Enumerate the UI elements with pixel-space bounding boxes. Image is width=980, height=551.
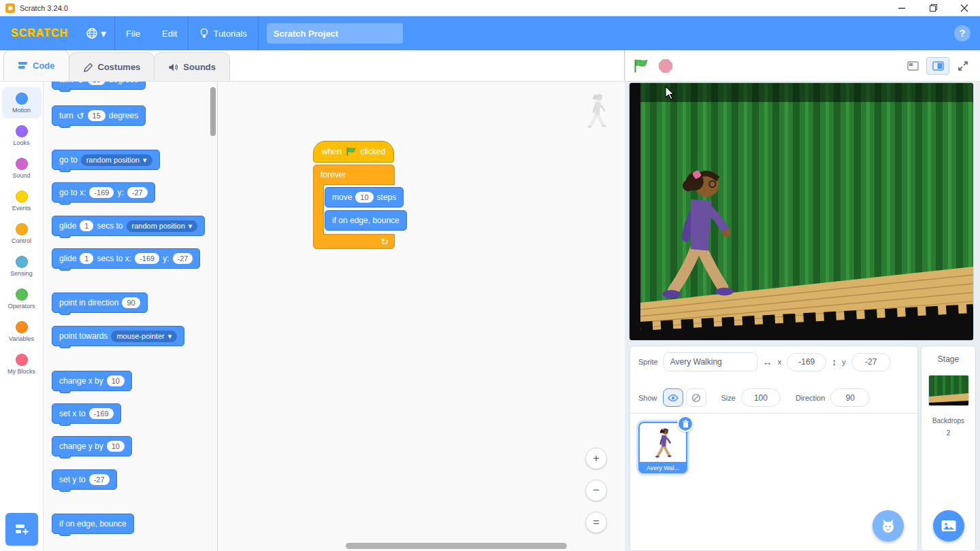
add-backdrop-button[interactable] (933, 510, 964, 541)
secs-field[interactable]: 1 (80, 253, 93, 264)
category-sound-dot (16, 158, 28, 170)
block-goto[interactable]: go to random position ▾ (52, 150, 160, 170)
menu-edit[interactable]: Edit (151, 16, 188, 50)
language-caret-icon: ▾ (101, 27, 106, 40)
x-field[interactable]: -169 (89, 187, 114, 198)
zoom-controls: + − = (585, 448, 607, 533)
degrees-field[interactable]: 15 (88, 110, 105, 121)
x-field[interactable]: -169 (135, 253, 159, 264)
block-turn-left[interactable]: turn ↺ 15 degrees (52, 105, 146, 126)
menu-tutorials[interactable]: Tutorials (189, 16, 257, 50)
y-field[interactable]: -27 (173, 253, 193, 264)
block-move-steps[interactable]: move 10 steps (325, 187, 404, 207)
help-button[interactable]: ? (954, 25, 970, 41)
editor-tabs: Code Costumes Sounds (0, 50, 624, 82)
block-if-on-edge-bounce[interactable]: if on edge, bounce (325, 210, 407, 231)
zoom-out-button[interactable]: − (585, 480, 607, 501)
zoom-reset-button[interactable]: = (585, 512, 607, 533)
eye-icon (668, 394, 679, 402)
tab-code[interactable]: Code (3, 50, 69, 81)
direction-field[interactable]: 90 (122, 297, 140, 308)
tab-costumes[interactable]: Costumes (69, 52, 155, 81)
zoom-reset-icon: = (593, 516, 600, 529)
category-sound[interactable]: Sound (2, 152, 42, 184)
category-looks-dot (16, 125, 28, 137)
add-extension-button[interactable] (5, 513, 38, 546)
point-target-dropdown[interactable]: mouse-pointer ▾ (111, 331, 177, 342)
small-stage-icon (907, 61, 919, 71)
block-glide-xy[interactable]: glide 1 secs to x: -169 y: -27 (52, 248, 200, 269)
x-label: x (778, 358, 782, 366)
category-variables[interactable]: Variables (2, 316, 42, 347)
category-motion[interactable]: Motion (2, 87, 42, 118)
project-name-input[interactable] (267, 23, 403, 44)
steps-field[interactable]: 10 (355, 192, 373, 203)
menu-file[interactable]: File (115, 16, 151, 50)
category-sensing[interactable]: Sensing (2, 250, 42, 282)
workspace-horizontal-scrollbar[interactable] (346, 543, 567, 549)
language-menu[interactable]: ▾ (78, 16, 114, 50)
close-icon (960, 4, 968, 12)
block-when-flag-clicked[interactable]: when clicked (313, 141, 394, 163)
category-control[interactable]: Control (2, 218, 42, 249)
window-title: Scratch 3.24.0 (20, 4, 68, 12)
category-looks[interactable]: Looks (2, 120, 42, 151)
backdrop-thumbnail[interactable] (928, 375, 969, 406)
green-flag-button[interactable] (631, 56, 651, 76)
lightbulb-icon (199, 28, 209, 39)
code-workspace[interactable]: when clicked forever move 10 (218, 82, 625, 551)
block-change-y[interactable]: change y by 10 (52, 436, 132, 456)
category-events[interactable]: Events (2, 185, 42, 216)
script-stack: when clicked forever move 10 (313, 141, 395, 249)
tab-sounds[interactable]: Sounds (154, 52, 230, 81)
stop-button[interactable] (655, 56, 676, 76)
fullscreen-button[interactable] (951, 57, 975, 75)
block-set-y[interactable]: set y to -27 (52, 469, 117, 490)
show-sprite-button[interactable] (663, 388, 683, 407)
sprite-card-name: Avery Wal... (638, 462, 687, 473)
block-glide[interactable]: glide 1 secs to random position ▾ (52, 216, 205, 236)
block-point-in-direction[interactable]: point in direction 90 (52, 293, 148, 313)
category-variables-dot (16, 321, 28, 333)
add-extension-icon (14, 522, 29, 537)
block-turn-right[interactable]: turn ↻ 15 degrees (52, 82, 146, 90)
block-change-x[interactable]: change x by 10 (52, 371, 132, 391)
hide-sprite-button[interactable] (686, 388, 706, 407)
y-field[interactable]: -27 (127, 187, 148, 198)
delete-sprite-button[interactable] (677, 416, 693, 432)
dy-field[interactable]: 10 (107, 441, 125, 452)
window-titlebar: Scratch 3.24.0 (0, 0, 980, 16)
category-operators[interactable]: Operators (2, 283, 42, 314)
glide-target-dropdown[interactable]: random position ▾ (127, 220, 198, 232)
secs-field[interactable]: 1 (80, 220, 93, 231)
block-set-x[interactable]: set x to -169 (52, 403, 121, 424)
zoom-in-button[interactable]: + (585, 448, 607, 469)
y-field[interactable]: -27 (89, 474, 110, 485)
close-button[interactable] (949, 0, 980, 16)
block-goto-xy[interactable]: go to x: -169 y: -27 (52, 182, 155, 203)
restore-button[interactable] (917, 0, 949, 16)
minimize-button[interactable] (886, 0, 917, 16)
stage-pane: Sprite ↔ x ↕ y Show (625, 50, 980, 551)
dx-field[interactable]: 10 (107, 375, 125, 386)
sprite-size-input[interactable] (741, 388, 781, 407)
backdrops-label: Backdrops (932, 417, 964, 424)
block-forever[interactable]: forever move 10 steps if on edge, bounce (313, 165, 395, 249)
sprite-direction-input[interactable] (830, 388, 870, 407)
block-if-on-edge-bounce[interactable]: if on edge, bounce (52, 514, 134, 534)
add-sprite-button[interactable] (872, 510, 904, 541)
sprite-name-input[interactable] (664, 352, 757, 371)
category-my-blocks[interactable]: My Blocks (2, 348, 42, 380)
add-sprite-cat-icon (880, 518, 896, 533)
window-controls (886, 0, 980, 16)
small-stage-button[interactable] (901, 57, 924, 75)
sprite-x-input[interactable] (787, 353, 826, 371)
normal-stage-button[interactable] (926, 57, 949, 75)
x-field[interactable]: -169 (89, 408, 114, 419)
sprite-card-avery[interactable]: Avery Wal... (638, 422, 687, 473)
block-point-towards[interactable]: point towards mouse-pointer ▾ (52, 326, 184, 346)
sprite-y-input[interactable] (851, 353, 891, 371)
goto-target-dropdown[interactable]: random position ▾ (81, 154, 152, 166)
palette-scrollbar[interactable] (210, 87, 216, 136)
degrees-field[interactable]: 15 (88, 82, 105, 85)
